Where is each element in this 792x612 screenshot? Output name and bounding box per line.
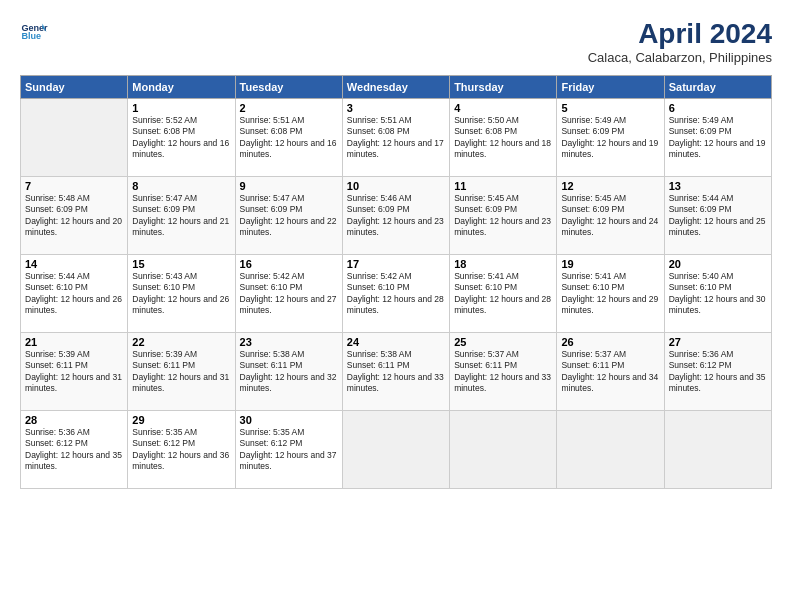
day-info: Sunrise: 5:42 AMSunset: 6:10 PMDaylight:… (347, 271, 445, 317)
day-number: 20 (669, 258, 767, 270)
day-info: Sunrise: 5:38 AMSunset: 6:11 PMDaylight:… (240, 349, 338, 395)
day-number: 4 (454, 102, 552, 114)
day-number: 7 (25, 180, 123, 192)
day-info: Sunrise: 5:50 AMSunset: 6:08 PMDaylight:… (454, 115, 552, 161)
day-number: 16 (240, 258, 338, 270)
logo-icon: General Blue (20, 18, 48, 46)
col-header-wednesday: Wednesday (342, 76, 449, 99)
calendar-cell: 12Sunrise: 5:45 AMSunset: 6:09 PMDayligh… (557, 177, 664, 255)
calendar-cell: 6Sunrise: 5:49 AMSunset: 6:09 PMDaylight… (664, 99, 771, 177)
day-info: Sunrise: 5:41 AMSunset: 6:10 PMDaylight:… (561, 271, 659, 317)
day-number: 18 (454, 258, 552, 270)
calendar-cell: 13Sunrise: 5:44 AMSunset: 6:09 PMDayligh… (664, 177, 771, 255)
day-info: Sunrise: 5:38 AMSunset: 6:11 PMDaylight:… (347, 349, 445, 395)
calendar-cell: 19Sunrise: 5:41 AMSunset: 6:10 PMDayligh… (557, 255, 664, 333)
day-info: Sunrise: 5:44 AMSunset: 6:10 PMDaylight:… (25, 271, 123, 317)
calendar-cell: 1Sunrise: 5:52 AMSunset: 6:08 PMDaylight… (128, 99, 235, 177)
day-info: Sunrise: 5:39 AMSunset: 6:11 PMDaylight:… (132, 349, 230, 395)
day-number: 19 (561, 258, 659, 270)
day-number: 24 (347, 336, 445, 348)
day-number: 10 (347, 180, 445, 192)
calendar-cell (21, 99, 128, 177)
calendar-cell: 28Sunrise: 5:36 AMSunset: 6:12 PMDayligh… (21, 411, 128, 489)
day-info: Sunrise: 5:41 AMSunset: 6:10 PMDaylight:… (454, 271, 552, 317)
calendar-cell: 22Sunrise: 5:39 AMSunset: 6:11 PMDayligh… (128, 333, 235, 411)
day-info: Sunrise: 5:36 AMSunset: 6:12 PMDaylight:… (25, 427, 123, 473)
day-number: 27 (669, 336, 767, 348)
calendar-cell: 21Sunrise: 5:39 AMSunset: 6:11 PMDayligh… (21, 333, 128, 411)
day-info: Sunrise: 5:47 AMSunset: 6:09 PMDaylight:… (240, 193, 338, 239)
calendar-cell (664, 411, 771, 489)
calendar-cell: 5Sunrise: 5:49 AMSunset: 6:09 PMDaylight… (557, 99, 664, 177)
month-title: April 2024 (588, 18, 772, 50)
location-subtitle: Calaca, Calabarzon, Philippines (588, 50, 772, 65)
day-info: Sunrise: 5:44 AMSunset: 6:09 PMDaylight:… (669, 193, 767, 239)
calendar-cell: 29Sunrise: 5:35 AMSunset: 6:12 PMDayligh… (128, 411, 235, 489)
svg-text:Blue: Blue (21, 31, 41, 41)
calendar-cell: 11Sunrise: 5:45 AMSunset: 6:09 PMDayligh… (450, 177, 557, 255)
day-number: 1 (132, 102, 230, 114)
title-block: April 2024 Calaca, Calabarzon, Philippin… (588, 18, 772, 65)
calendar-cell (557, 411, 664, 489)
col-header-saturday: Saturday (664, 76, 771, 99)
col-header-tuesday: Tuesday (235, 76, 342, 99)
day-number: 3 (347, 102, 445, 114)
calendar-cell: 16Sunrise: 5:42 AMSunset: 6:10 PMDayligh… (235, 255, 342, 333)
day-number: 21 (25, 336, 123, 348)
calendar-cell: 27Sunrise: 5:36 AMSunset: 6:12 PMDayligh… (664, 333, 771, 411)
calendar-cell: 15Sunrise: 5:43 AMSunset: 6:10 PMDayligh… (128, 255, 235, 333)
day-number: 5 (561, 102, 659, 114)
calendar-cell: 2Sunrise: 5:51 AMSunset: 6:08 PMDaylight… (235, 99, 342, 177)
day-number: 23 (240, 336, 338, 348)
day-number: 30 (240, 414, 338, 426)
calendar-cell: 9Sunrise: 5:47 AMSunset: 6:09 PMDaylight… (235, 177, 342, 255)
day-number: 8 (132, 180, 230, 192)
day-number: 12 (561, 180, 659, 192)
calendar-cell: 23Sunrise: 5:38 AMSunset: 6:11 PMDayligh… (235, 333, 342, 411)
calendar-cell: 24Sunrise: 5:38 AMSunset: 6:11 PMDayligh… (342, 333, 449, 411)
calendar-cell: 3Sunrise: 5:51 AMSunset: 6:08 PMDaylight… (342, 99, 449, 177)
day-number: 15 (132, 258, 230, 270)
calendar-cell: 20Sunrise: 5:40 AMSunset: 6:10 PMDayligh… (664, 255, 771, 333)
day-number: 2 (240, 102, 338, 114)
calendar-cell: 18Sunrise: 5:41 AMSunset: 6:10 PMDayligh… (450, 255, 557, 333)
day-info: Sunrise: 5:52 AMSunset: 6:08 PMDaylight:… (132, 115, 230, 161)
day-info: Sunrise: 5:42 AMSunset: 6:10 PMDaylight:… (240, 271, 338, 317)
day-info: Sunrise: 5:49 AMSunset: 6:09 PMDaylight:… (669, 115, 767, 161)
col-header-sunday: Sunday (21, 76, 128, 99)
day-info: Sunrise: 5:43 AMSunset: 6:10 PMDaylight:… (132, 271, 230, 317)
day-info: Sunrise: 5:45 AMSunset: 6:09 PMDaylight:… (561, 193, 659, 239)
col-header-thursday: Thursday (450, 76, 557, 99)
calendar-cell (342, 411, 449, 489)
day-number: 26 (561, 336, 659, 348)
day-number: 29 (132, 414, 230, 426)
calendar-cell: 8Sunrise: 5:47 AMSunset: 6:09 PMDaylight… (128, 177, 235, 255)
day-number: 9 (240, 180, 338, 192)
day-info: Sunrise: 5:40 AMSunset: 6:10 PMDaylight:… (669, 271, 767, 317)
day-info: Sunrise: 5:48 AMSunset: 6:09 PMDaylight:… (25, 193, 123, 239)
day-info: Sunrise: 5:39 AMSunset: 6:11 PMDaylight:… (25, 349, 123, 395)
logo: General Blue (20, 18, 52, 46)
calendar-cell: 17Sunrise: 5:42 AMSunset: 6:10 PMDayligh… (342, 255, 449, 333)
col-header-monday: Monday (128, 76, 235, 99)
day-info: Sunrise: 5:37 AMSunset: 6:11 PMDaylight:… (454, 349, 552, 395)
calendar-cell: 4Sunrise: 5:50 AMSunset: 6:08 PMDaylight… (450, 99, 557, 177)
day-info: Sunrise: 5:36 AMSunset: 6:12 PMDaylight:… (669, 349, 767, 395)
day-info: Sunrise: 5:51 AMSunset: 6:08 PMDaylight:… (347, 115, 445, 161)
page-header: General Blue April 2024 Calaca, Calabarz… (20, 18, 772, 65)
day-number: 14 (25, 258, 123, 270)
calendar-cell: 25Sunrise: 5:37 AMSunset: 6:11 PMDayligh… (450, 333, 557, 411)
calendar-table: SundayMondayTuesdayWednesdayThursdayFrid… (20, 75, 772, 489)
day-info: Sunrise: 5:46 AMSunset: 6:09 PMDaylight:… (347, 193, 445, 239)
day-info: Sunrise: 5:35 AMSunset: 6:12 PMDaylight:… (132, 427, 230, 473)
day-number: 28 (25, 414, 123, 426)
day-number: 6 (669, 102, 767, 114)
day-info: Sunrise: 5:37 AMSunset: 6:11 PMDaylight:… (561, 349, 659, 395)
day-info: Sunrise: 5:47 AMSunset: 6:09 PMDaylight:… (132, 193, 230, 239)
day-number: 25 (454, 336, 552, 348)
calendar-cell: 7Sunrise: 5:48 AMSunset: 6:09 PMDaylight… (21, 177, 128, 255)
calendar-cell (450, 411, 557, 489)
day-number: 13 (669, 180, 767, 192)
day-info: Sunrise: 5:35 AMSunset: 6:12 PMDaylight:… (240, 427, 338, 473)
day-number: 17 (347, 258, 445, 270)
